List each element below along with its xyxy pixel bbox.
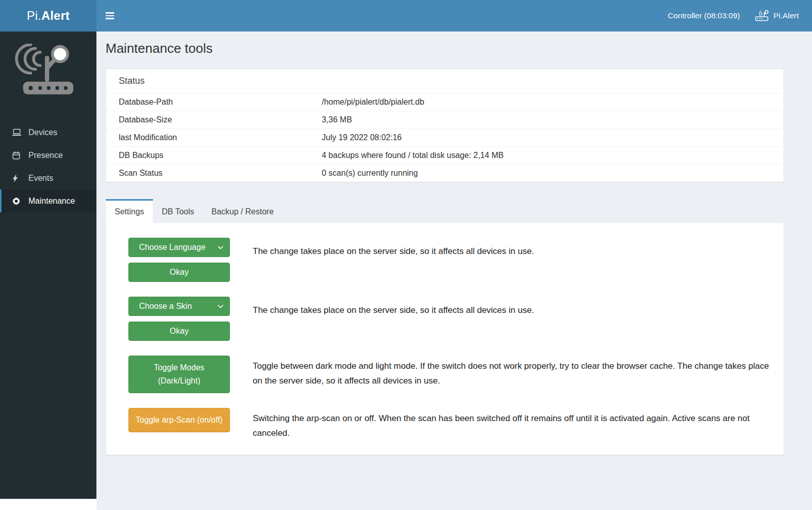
skin-description: The change takes place on the server sid… (253, 297, 773, 317)
app-brand: Pi.Alert (754, 10, 799, 22)
toggle-arpscan-description: Switching the arp-scan on or off. When t… (253, 408, 773, 440)
status-card: Status Database-Path /home/pi/pialert/db… (106, 69, 784, 182)
navbar-right: Controller (08:03:09) Pi.Alert (668, 10, 812, 22)
status-row: Scan Status 0 scan(s) currently running (106, 164, 784, 182)
language-okay-button[interactable]: Okay (128, 263, 230, 282)
sidebar-item-label: Events (28, 174, 53, 183)
status-row: Database-Path /home/pi/pialert/db/pialer… (106, 93, 784, 111)
sidebar-item-events[interactable]: Events (0, 167, 96, 189)
status-row-label: Database-Size (119, 115, 322, 125)
sidebar-item-maintenance[interactable]: Maintenance (0, 189, 96, 212)
toggle-modes-setting-row: Toggle Modes (Dark/Light) Toggle between… (128, 356, 773, 393)
chevron-down-icon (218, 246, 223, 249)
brand-text: Pi.Alert (27, 9, 70, 23)
choose-language-select[interactable]: Choose Language (128, 238, 230, 257)
tab-settings[interactable]: Settings (106, 199, 153, 223)
status-row-value: July 19 2022 08:02:16 (322, 133, 771, 143)
sidebar: Devices Presence (0, 31, 96, 499)
status-row-label: DB Backups (119, 150, 322, 161)
status-row-value: /home/pi/pialert/db/pialert.db (322, 97, 771, 107)
brand-logo[interactable]: Pi.Alert (0, 0, 96, 31)
status-row-label: last Modification (119, 133, 322, 143)
sidebar-item-presence[interactable]: Presence (0, 144, 96, 167)
sidebar-item-label: Presence (28, 151, 63, 160)
status-row-label: Database-Path (119, 97, 322, 107)
top-navbar: Controller (08:03:09) Pi.Alert (96, 0, 812, 31)
app-window: Pi.Alert Controller (08:03:09) (0, 0, 812, 510)
language-description: The change takes place on the server sid… (253, 238, 773, 259)
calendar-icon (12, 151, 23, 160)
settings-panel: Choose Language Okay The change takes pl… (106, 223, 784, 455)
toggle-arpscan-button[interactable]: Toggle arp-Scan (on/off) (128, 408, 230, 432)
skin-okay-button[interactable]: Okay (128, 322, 230, 341)
main-content: Maintenance tools Status Database-Path /… (96, 31, 812, 510)
gear-icon (12, 197, 23, 205)
page-title: Maintenance tools (106, 41, 784, 56)
status-row: DB Backups 4 backups where found / total… (106, 146, 784, 164)
chevron-down-icon (218, 305, 223, 308)
bolt-icon (12, 174, 23, 182)
status-row-value: 0 scan(s) currently running (322, 168, 771, 178)
hamburger-menu-button[interactable] (96, 0, 123, 31)
brand-text-pre: Pi. (27, 9, 42, 22)
router-icon (754, 10, 769, 22)
status-row: last Modification July 19 2022 08:02:16 (106, 129, 784, 146)
choose-skin-label: Choose a Skin (139, 302, 192, 311)
skin-setting-row: Choose a Skin Okay The change takes plac… (128, 297, 773, 341)
status-card-title: Status (106, 69, 784, 93)
choose-language-label: Choose Language (139, 243, 206, 252)
tab-bar: Settings DB Tools Backup / Restore (106, 199, 784, 223)
status-row-value: 3,36 MB (322, 115, 771, 125)
toggle-modes-button[interactable]: Toggle Modes (Dark/Light) (128, 356, 230, 393)
language-setting-row: Choose Language Okay The change takes pl… (128, 238, 773, 282)
toggle-modes-description: Toggle between dark mode and light mode.… (253, 356, 773, 388)
status-row-label: Scan Status (119, 168, 322, 178)
choose-skin-select[interactable]: Choose a Skin (128, 297, 230, 316)
sidebar-menu: Devices Presence (0, 121, 96, 212)
tab-backup-restore[interactable]: Backup / Restore (203, 199, 283, 223)
sidebar-item-label: Maintenance (28, 197, 75, 206)
app-brand-label: Pi.Alert (773, 11, 799, 20)
pialert-logo (0, 31, 96, 108)
status-row-value: 4 backups where found / total disk usage… (322, 150, 771, 161)
status-row: Database-Size 3,36 MB (106, 111, 784, 129)
sidebar-item-label: Devices (28, 128, 57, 137)
pialert-router-icon (13, 44, 84, 101)
sidebar-column: Devices Presence (0, 31, 96, 510)
tab-db-tools[interactable]: DB Tools (153, 199, 203, 223)
controller-link[interactable]: Controller (08:03:09) (668, 11, 740, 20)
toggle-arpscan-setting-row: Toggle arp-Scan (on/off) Switching the a… (128, 408, 773, 440)
sidebar-item-devices[interactable]: Devices (0, 121, 96, 144)
devices-icon (12, 129, 23, 136)
brand-text-bold: Alert (41, 9, 70, 22)
